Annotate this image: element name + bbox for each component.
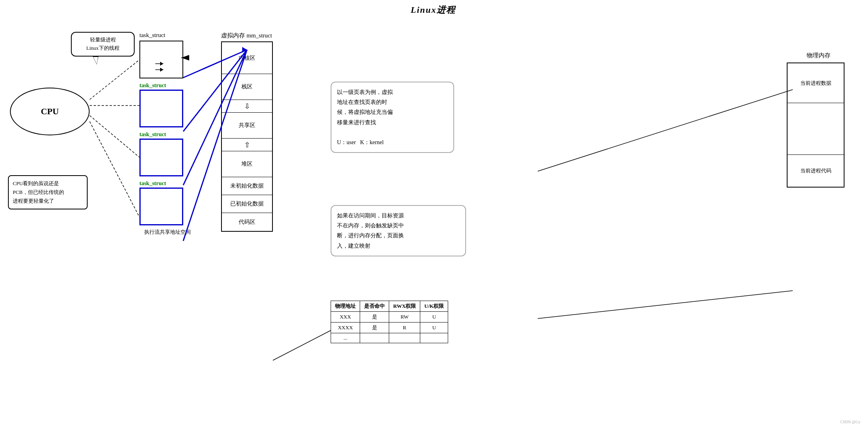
- task-label-3: task_struct: [139, 180, 195, 187]
- phys-mem: 物理内存 当前进程数据 当前进程代码: [787, 52, 850, 188]
- page-table: 物理地址 是否命中 RWX权限 U/K权限 XXX 是 RW U XXXX 是 …: [331, 301, 448, 343]
- vmem-column: 虚拟内存 mm_struct 内核区 栈区 ⇩ 共享区 ⇧ 堆区 未初始化数据 …: [221, 32, 279, 232]
- svg-line-2: [90, 115, 139, 157]
- note-cpu-text: CPU看到的虽说还是PCB，但已经比传统的进程要更轻量化了: [13, 180, 64, 204]
- col-phys-addr: 物理地址: [331, 301, 360, 312]
- table-row: XXX 是 RW U: [331, 312, 448, 323]
- task-struct-title: task_struct: [139, 32, 195, 39]
- vmem-shared: 共享区: [222, 113, 272, 139]
- svg-line-12: [538, 90, 793, 171]
- phys-mem-title: 物理内存: [787, 52, 850, 59]
- exec-label: 执行流共享地址空间: [139, 229, 195, 236]
- note-right-top: 以一级页表为例，虚拟地址在查找页表的时候，将虚拟地址充当偏移量来进行查找U：us…: [331, 82, 454, 153]
- bubble-tail-inner: [93, 57, 98, 64]
- page-title: Linux进程: [4, 4, 862, 16]
- vmem-code: 代码区: [222, 213, 272, 231]
- vmem-box: 内核区 栈区 ⇩ 共享区 ⇧ 堆区 未初始化数据 已初始化数据 代码区: [221, 41, 273, 232]
- task-block-2: [139, 139, 183, 176]
- note-bottom-text: 如果在访问期间，目标资源不在内存，则会触发缺页中断，进行内存分配，页面换入，建立…: [337, 213, 404, 249]
- bubble-line1: 轻量级进程: [90, 37, 116, 43]
- vmem-init: 已初始化数据: [222, 195, 272, 213]
- vmem-uninit: 未初始化数据: [222, 177, 272, 195]
- task-block-3: [139, 188, 183, 225]
- bubble-top: 轻量级进程 Linux下的线程: [71, 32, 135, 64]
- svg-line-3: [90, 121, 139, 217]
- table-row: XXXX 是 R U: [331, 323, 448, 333]
- task-block-1: [139, 90, 183, 127]
- diagram-area: CPU 轻量级进程 Linux下的线程 CPU看到的虽说还是PCB，但已经比传统…: [4, 20, 862, 426]
- svg-line-0: [90, 60, 139, 100]
- table-row: ...: [331, 333, 448, 343]
- note-right-bottom: 如果在访问期间，目标资源不在内存，则会触发缺页中断，进行内存分配，页面换入，建立…: [331, 205, 466, 256]
- svg-line-13: [538, 291, 793, 319]
- phys-cell-data: 当前进程数据: [788, 63, 844, 103]
- phys-cell-empty: [788, 103, 844, 155]
- note-cpu: CPU看到的虽说还是PCB，但已经比传统的进程要更轻量化了: [8, 175, 88, 209]
- phys-cell-code: 当前进程代码: [788, 155, 844, 187]
- svg-line-11: [273, 330, 331, 360]
- col-uk: U/K权限: [420, 301, 448, 312]
- bubble-line2: Linux下的线程: [86, 45, 119, 51]
- vmem-title: 虚拟内存 mm_struct: [221, 32, 279, 39]
- task-block-first: [139, 41, 183, 78]
- vmem-arrow-up: ⇧: [222, 139, 272, 151]
- vmem-heap: 堆区: [222, 151, 272, 177]
- task-label-1: task_struct: [139, 82, 195, 89]
- task-label-2: task_struct: [139, 131, 195, 138]
- phys-mem-box: 当前进程数据 当前进程代码: [787, 63, 844, 188]
- task-struct-column: task_struct task_struct task_struct task…: [139, 32, 195, 236]
- col-hit: 是否命中: [360, 301, 389, 312]
- vmem-arrow-down: ⇩: [222, 100, 272, 113]
- vmem-kernel: 内核区: [222, 42, 272, 74]
- col-rwx: RWX权限: [389, 301, 420, 312]
- cpu-ellipse: CPU: [10, 88, 90, 135]
- note-top-text: 以一级页表为例，虚拟地址在查找页表的时候，将虚拟地址充当偏移量来进行查找U：us…: [337, 89, 393, 145]
- watermark: CSDN @Gy: [840, 420, 860, 424]
- vmem-stack: 栈区: [222, 74, 272, 100]
- cpu-label: CPU: [41, 106, 59, 117]
- bubble-box: 轻量级进程 Linux下的线程: [71, 32, 135, 57]
